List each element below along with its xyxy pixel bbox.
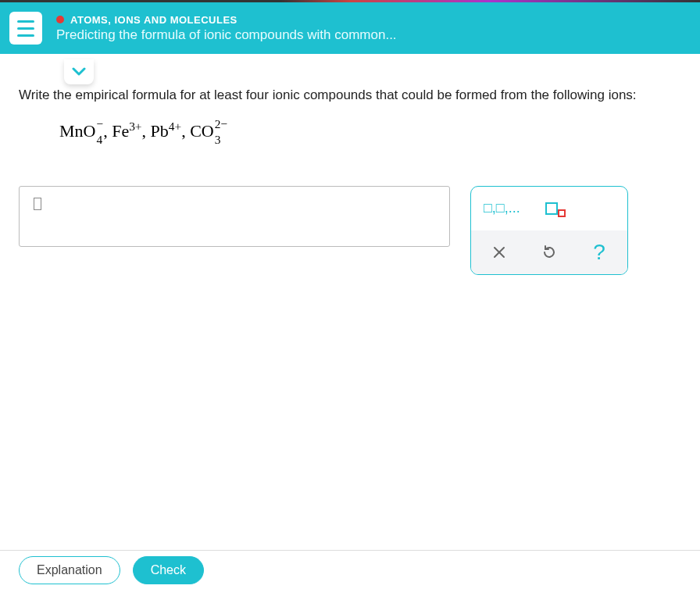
- page-title: Predicting the formula of ionic compound…: [56, 27, 691, 43]
- subscript-button[interactable]: [545, 200, 566, 217]
- question-prompt: Write the empirical formula for at least…: [19, 85, 681, 105]
- list-format-button[interactable]: □,□,...: [477, 200, 520, 216]
- explanation-button[interactable]: Explanation: [19, 556, 120, 584]
- close-icon: [492, 245, 506, 259]
- expand-button[interactable]: [64, 59, 94, 84]
- header-text: ATOMS, IONS AND MOLECULES Predicting the…: [56, 14, 691, 43]
- square-icon: [545, 202, 558, 215]
- subscript-square-icon: [558, 209, 566, 217]
- ion-fe3: Fe3+: [112, 121, 141, 141]
- ion-pb4: Pb4+: [151, 121, 182, 141]
- work-area: □,□,... ?: [19, 186, 681, 275]
- menu-button[interactable]: [9, 12, 42, 45]
- input-cursor: [34, 198, 41, 210]
- content: Write the empirical formula for at least…: [0, 54, 700, 275]
- ion-co3: CO2−3: [190, 121, 227, 141]
- footer: Explanation Check: [0, 550, 700, 589]
- record-icon: [56, 16, 64, 23]
- reset-button[interactable]: [526, 235, 573, 270]
- help-button[interactable]: ?: [576, 235, 623, 270]
- breadcrumb: ATOMS, IONS AND MOLECULES: [56, 14, 691, 26]
- answer-input[interactable]: [19, 186, 450, 247]
- hamburger-icon: [17, 20, 34, 23]
- check-button[interactable]: Check: [133, 556, 204, 584]
- clear-button[interactable]: [476, 235, 523, 270]
- ion-mno4: MnO−4: [59, 121, 103, 141]
- breadcrumb-label: ATOMS, IONS AND MOLECULES: [70, 14, 238, 26]
- ion-list: MnO−4, Fe3+, Pb4+, CO2−3: [59, 120, 681, 144]
- header: ATOMS, IONS AND MOLECULES Predicting the…: [0, 2, 700, 54]
- undo-icon: [541, 245, 557, 260]
- chevron-down-icon: [72, 67, 86, 77]
- tool-panel: □,□,... ?: [470, 186, 628, 275]
